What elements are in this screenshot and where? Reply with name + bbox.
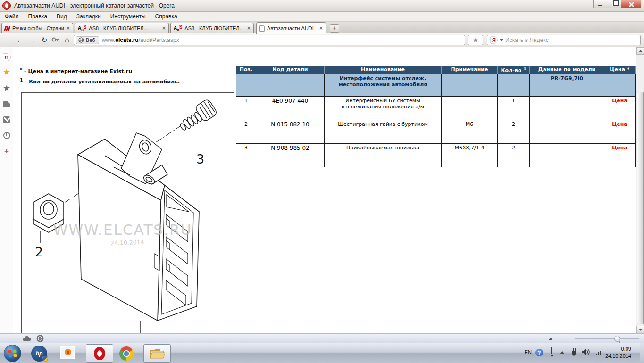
back-button[interactable]: ← [14, 35, 25, 45]
watermark-date: 24.10.2014 [110, 239, 144, 247]
explorer-taskbar-button[interactable] [143, 344, 171, 363]
cell-code: N 908 985 02 [256, 144, 325, 167]
new-tab-button[interactable]: + [330, 24, 339, 33]
forum-favicon [5, 26, 10, 31]
tab-ruchki-skoby[interactable]: Ручки скобы . Страни... × [1, 23, 73, 33]
tab-label: AS8 - КЛУБ ЛЮБИТЕЛ... [184, 25, 245, 31]
scroll-down-button[interactable] [636, 326, 644, 333]
yandex-search-icon: Я [490, 36, 498, 44]
notes-icon [3, 101, 10, 107]
col-note: Примечание [442, 66, 498, 74]
vertical-scrollbar[interactable] [636, 47, 644, 333]
bookmarks-panel-button[interactable]: ★ [1, 67, 12, 77]
minimize-icon [598, 5, 602, 6]
power-plug-tray-icon[interactable] [570, 348, 578, 356]
opera-taskbar-button[interactable] [86, 344, 113, 363]
tab-as8-club-1[interactable]: A8S AS8 - КЛУБ ЛЮБИТЕЛ... × [75, 23, 169, 33]
web-badge[interactable]: Веб [76, 36, 99, 44]
cell-qty: 1 [498, 97, 530, 120]
tray-date: 24.10.2014 [605, 353, 631, 360]
tab-autoparts-audi-active[interactable]: Автозапчасти AUDI - э... × [256, 22, 326, 34]
col-price: Цена * [604, 66, 636, 74]
notes-panel-button[interactable] [1, 99, 12, 109]
show-hidden-icons-button[interactable] [560, 351, 565, 354]
col-name: Наименование [325, 66, 442, 74]
start-button[interactable] [4, 345, 21, 362]
panels-toggle-icon[interactable] [23, 335, 31, 342]
group-header-row: Интерфейс системы отслеж.местоположения … [236, 74, 636, 97]
stash-panel-button[interactable]: ★ [1, 83, 12, 93]
cell-model [530, 144, 604, 167]
price-link[interactable]: Цена [612, 121, 627, 127]
search-field[interactable]: Я Искать в Яндекс [487, 35, 641, 45]
col-model-data: Данные по модели [530, 66, 604, 74]
menu-file[interactable]: Файл [0, 12, 24, 21]
photo-viewer-taskbar-icon[interactable] [60, 346, 75, 359]
yandex-icon: Я [3, 53, 11, 61]
table-row: 1 4E0 907 440 Интерфейсный БУ системы от… [236, 97, 636, 120]
close-button[interactable] [621, 0, 641, 8]
download-icon [3, 116, 10, 123]
chrome-taskbar-icon[interactable] [119, 346, 134, 361]
cell-qty: 2 [498, 120, 530, 144]
restore-button[interactable] [607, 0, 621, 8]
zoom-popup-icon[interactable] [549, 338, 552, 340]
cell-pos: 1 [236, 97, 256, 120]
opera-icon [94, 347, 105, 360]
search-engine-dropdown-icon[interactable] [500, 39, 503, 41]
tray-time: 0:09 [605, 346, 631, 353]
clock[interactable]: 0:09 24.10.2014 [605, 346, 631, 360]
minimize-button[interactable] [593, 0, 607, 8]
price-link[interactable]: Цена [612, 98, 627, 104]
cell-name: Шестигранная гайка с буртиком [325, 120, 442, 144]
add-panel-button[interactable]: + [1, 146, 12, 157]
cell-price: Цена [604, 97, 636, 120]
scroll-up-button[interactable] [636, 47, 644, 55]
price-link[interactable]: Цена [612, 145, 627, 151]
diagram-label-3: 3 [196, 152, 204, 166]
scrollbar-thumb[interactable] [637, 92, 644, 324]
tab-close-icon[interactable]: × [162, 25, 166, 32]
tab-label: Автозапчасти AUDI - э... [267, 25, 317, 31]
downloads-panel-button[interactable] [1, 115, 12, 125]
address-toolbar: ← → ↻ ⌂ Веб www.elcats.ru/audi/Parts.asp… [0, 33, 644, 47]
display-tray-icon[interactable] [551, 348, 553, 357]
wand-key-button[interactable] [50, 35, 61, 45]
opera-window: Автозапчасти AUDI - электронный каталог … [0, 0, 644, 363]
col-part-code: Код детали [256, 66, 325, 74]
show-desktop-button[interactable] [640, 343, 644, 363]
menu-tools[interactable]: Инструменты [106, 12, 151, 21]
tab-as8-club-2[interactable]: A8S AS8 - КЛУБ ЛЮБИТЕЛ... × [170, 23, 254, 33]
help-tray-icon[interactable]: ? [535, 349, 543, 356]
menu-help[interactable]: Справка [151, 12, 182, 21]
network-signal-tray-icon[interactable] [596, 349, 603, 355]
hp-support-taskbar-icon[interactable]: hp [31, 346, 47, 362]
cell-name: Приклёпываемая шпилька [325, 144, 442, 167]
group-model: PR-7G9,7I0 [530, 74, 604, 97]
menu-edit[interactable]: Правка [24, 12, 52, 21]
a8s-favicon: A8S [174, 25, 182, 32]
history-panel-button[interactable] [1, 130, 12, 140]
cell-qty: 2 [498, 144, 530, 167]
address-field[interactable]: Веб www.elcats.ru/audi/Parts.aspx [74, 35, 465, 45]
tab-close-icon[interactable]: × [247, 25, 251, 32]
volume-tray-icon[interactable] [582, 348, 590, 355]
home-button[interactable]: ⌂ [61, 35, 73, 45]
zoom-knob[interactable] [614, 336, 620, 342]
quantity-note: 1 - Кол-во деталей устанавливаемых на ав… [20, 78, 180, 85]
tab-close-icon[interactable]: × [67, 25, 70, 32]
forward-button[interactable]: → [26, 35, 38, 45]
reload-button[interactable]: ↻ [39, 35, 50, 45]
tab-close-icon[interactable]: × [319, 25, 323, 32]
opera-turbo-icon[interactable] [36, 335, 44, 342]
menu-bookmarks[interactable]: Закладки [72, 12, 106, 21]
bookmark-star-button[interactable]: ★ [468, 35, 483, 45]
yandex-panel-button[interactable]: Я [1, 52, 12, 62]
globe-icon [78, 37, 84, 43]
group-name: Интерфейс системы отслеж.местоположения … [325, 74, 442, 97]
zoom-slider[interactable] [575, 338, 639, 339]
menu-view[interactable]: Вид [52, 12, 72, 21]
menu-bar: Файл Правка Вид Закладки Инструменты Спр… [0, 12, 644, 22]
language-indicator[interactable]: EN [525, 349, 532, 355]
cell-code: N 015 082 10 [256, 120, 325, 144]
